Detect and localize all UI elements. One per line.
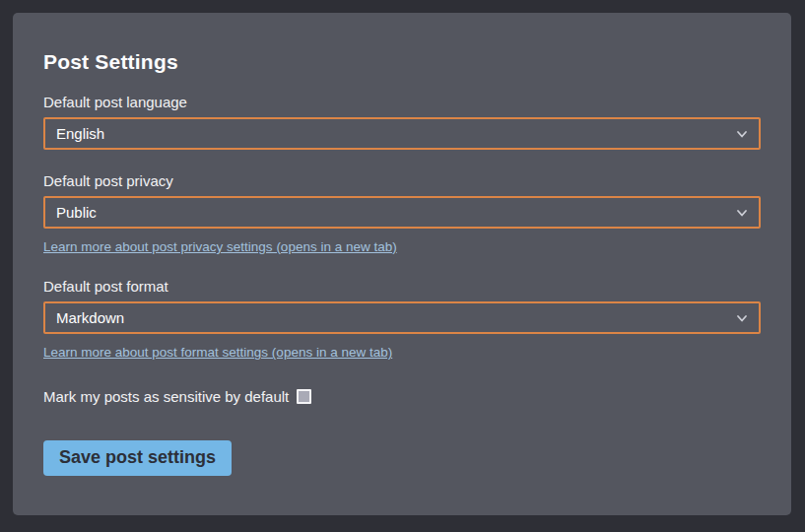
page-title: Post Settings (43, 50, 761, 74)
privacy-learn-more-link[interactable]: Learn more about post privacy settings (… (43, 239, 397, 254)
format-select[interactable]: Markdown (43, 301, 761, 334)
privacy-field-group: Default post privacy Public Learn more a… (43, 172, 761, 255)
sensitive-checkbox-row: Mark my posts as sensitive by default (43, 388, 761, 405)
format-select-value: Markdown (56, 309, 124, 326)
format-field-group: Default post format Markdown Learn more … (43, 278, 761, 361)
language-select-value: English (56, 125, 104, 142)
sensitive-checkbox[interactable] (297, 389, 311, 404)
language-field-group: Default post language English (43, 94, 761, 150)
post-settings-panel: Post Settings Default post language Engl… (13, 13, 791, 515)
language-label: Default post language (43, 94, 761, 110)
privacy-label: Default post privacy (43, 172, 761, 189)
save-post-settings-button[interactable]: Save post settings (43, 440, 232, 476)
sensitive-label: Mark my posts as sensitive by default (43, 388, 289, 405)
chevron-down-icon (736, 207, 748, 219)
privacy-select-value: Public (56, 204, 97, 221)
format-label: Default post format (43, 278, 761, 295)
language-select[interactable]: English (43, 117, 761, 150)
chevron-down-icon (736, 128, 748, 140)
chevron-down-icon (736, 312, 748, 324)
format-learn-more-link[interactable]: Learn more about post format settings (o… (43, 345, 392, 360)
privacy-select[interactable]: Public (43, 196, 761, 229)
